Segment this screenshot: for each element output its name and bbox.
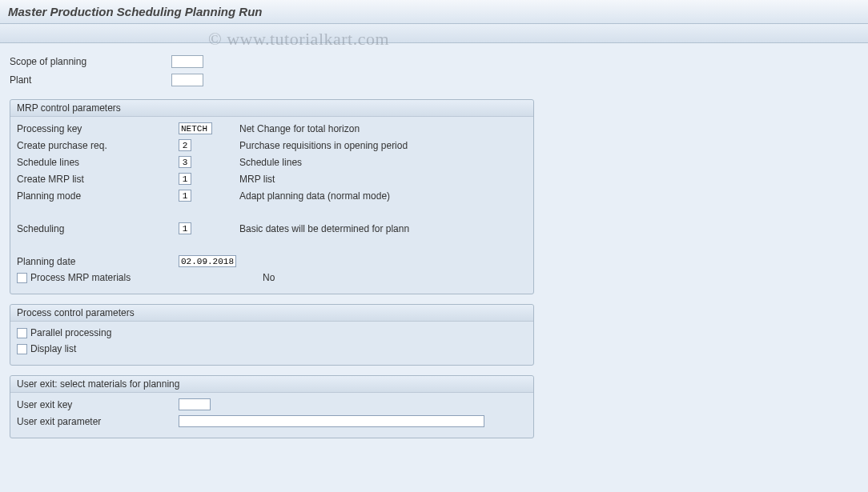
pcp-heading: Process control parameters	[10, 305, 533, 322]
planning-mode-label: Planning mode	[17, 190, 179, 202]
process-mrp-label: Process MRP materials	[30, 272, 263, 283]
processing-key-desc: Net Change for total horizon	[239, 123, 360, 134]
process-control-group: Process control parameters Parallel proc…	[10, 304, 534, 366]
scope-plant-block: Scope of planning Plant	[10, 53, 858, 88]
create-mrp-input[interactable]	[179, 173, 191, 185]
uex-key-label: User exit key	[17, 399, 179, 410]
create-pr-input[interactable]	[179, 139, 191, 151]
plant-input[interactable]	[171, 74, 203, 86]
planning-date-input[interactable]	[179, 255, 236, 267]
planning-mode-desc: Adapt planning data (normal mode)	[239, 190, 390, 202]
display-list-checkbox[interactable]	[17, 344, 27, 354]
uex-key-input[interactable]	[179, 398, 211, 410]
page-title: Master Production Scheduling Planning Ru…	[0, 0, 868, 24]
display-list-label: Display list	[30, 343, 263, 354]
parallel-processing-checkbox[interactable]	[17, 328, 27, 338]
planning-date-label: Planning date	[17, 256, 179, 267]
scope-label: Scope of planning	[10, 56, 171, 67]
user-exit-group: User exit: select materials for planning…	[10, 375, 534, 438]
scheduling-label: Scheduling	[17, 223, 179, 234]
processing-key-input[interactable]	[179, 122, 212, 134]
plant-label: Plant	[10, 74, 171, 86]
scope-input[interactable]	[171, 55, 203, 68]
scheduling-input[interactable]	[179, 222, 191, 234]
scheduling-desc: Basic dates will be determined for plann	[239, 223, 409, 234]
mrp-heading: MRP control parameters	[10, 100, 533, 117]
create-mrp-desc: MRP list	[239, 174, 275, 185]
planning-mode-input[interactable]	[179, 190, 191, 202]
create-pr-label: Create purchase req.	[17, 140, 179, 151]
uex-param-input[interactable]	[179, 415, 484, 427]
content-area: Scope of planning Plant MRP control para…	[0, 43, 868, 458]
toolbar	[0, 24, 868, 43]
create-pr-desc: Purchase requisitions in opening period	[239, 140, 408, 151]
uex-heading: User exit: select materials for planning	[10, 376, 533, 393]
schedule-lines-desc: Schedule lines	[239, 157, 302, 168]
processing-key-label: Processing key	[17, 123, 179, 134]
create-mrp-label: Create MRP list	[17, 174, 179, 185]
schedule-lines-input[interactable]	[179, 156, 191, 168]
schedule-lines-label: Schedule lines	[17, 157, 179, 168]
process-mrp-checkbox[interactable]	[17, 273, 27, 283]
uex-param-label: User exit parameter	[17, 416, 179, 427]
process-mrp-desc: No	[263, 272, 275, 283]
mrp-control-group: MRP control parameters Processing key Ne…	[10, 99, 534, 294]
parallel-processing-label: Parallel processing	[30, 327, 263, 338]
